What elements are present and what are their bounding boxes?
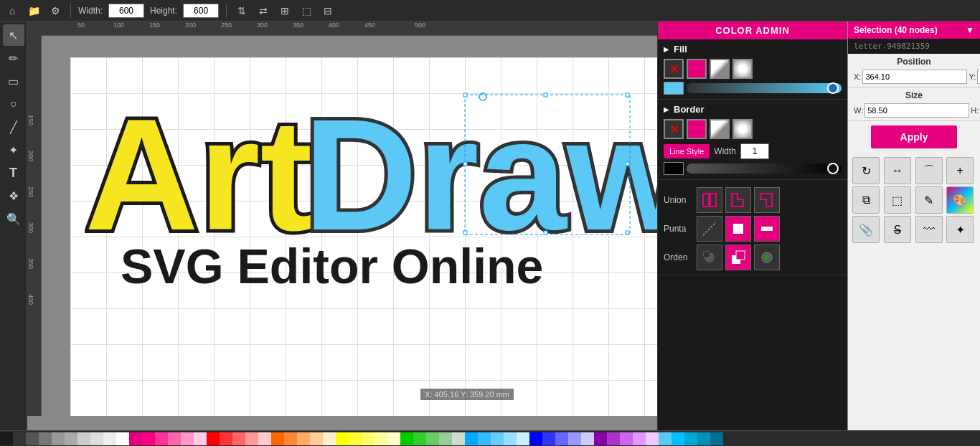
grid-icon[interactable]: ⊟: [320, 3, 336, 19]
color-swatch-19[interactable]: [245, 432, 258, 445]
color-swatch-16[interactable]: [207, 432, 220, 445]
canvas-viewport[interactable]: Art Draw SVG Editor Online: [42, 36, 657, 416]
fill-gradient-swatch[interactable]: [710, 59, 730, 79]
sel-tool-edit-icon[interactable]: ✎: [915, 186, 943, 214]
color-swatch-2[interactable]: [26, 432, 39, 445]
color-swatch-55[interactable]: [710, 432, 723, 445]
color-swatch-11[interactable]: [142, 432, 155, 445]
color-swatch-35[interactable]: [452, 432, 465, 445]
color-swatch-24[interactable]: [310, 432, 323, 445]
color-swatch-8[interactable]: [103, 432, 116, 445]
gear-icon[interactable]: ⚙: [47, 3, 63, 19]
home-icon[interactable]: ⌂: [4, 3, 20, 19]
union-btn-2[interactable]: [725, 187, 751, 213]
fill-radial-swatch[interactable]: [732, 59, 753, 79]
sel-tool-strikethrough-icon[interactable]: S̶: [884, 216, 911, 243]
line-style-button[interactable]: Line Style: [664, 144, 710, 158]
orden-btn-1[interactable]: [697, 245, 722, 270]
color-swatch-42[interactable]: [542, 432, 555, 445]
sel-tool-attach-icon[interactable]: 📎: [852, 216, 880, 243]
width-input[interactable]: [740, 143, 769, 159]
border-radial-swatch[interactable]: [732, 119, 753, 139]
pen-tool[interactable]: ✏: [3, 47, 24, 69]
color-swatch-15[interactable]: [194, 432, 207, 445]
fill-slider-thumb[interactable]: [827, 82, 839, 94]
color-swatch-48[interactable]: [620, 432, 633, 445]
color-swatch-31[interactable]: [400, 432, 413, 445]
flip-h-icon[interactable]: ⇄: [255, 3, 271, 19]
crop-icon[interactable]: ⊞: [277, 3, 293, 19]
color-swatch-23[interactable]: [297, 432, 310, 445]
union-btn-3[interactable]: [754, 187, 780, 213]
sel-tool-color-icon[interactable]: 🎨: [946, 186, 974, 214]
color-swatch-27[interactable]: [349, 432, 362, 445]
orden-btn-3[interactable]: [754, 245, 780, 270]
color-swatch-45[interactable]: [581, 432, 594, 445]
color-swatch-43[interactable]: [555, 432, 568, 445]
color-swatch-5[interactable]: [65, 432, 77, 445]
color-swatch-32[interactable]: [413, 432, 426, 445]
color-swatch-54[interactable]: [697, 432, 710, 445]
color-swatch-40[interactable]: [517, 432, 529, 445]
circle-tool[interactable]: ○: [3, 93, 24, 115]
color-swatch-36[interactable]: [465, 432, 478, 445]
color-swatch-7[interactable]: [90, 432, 103, 445]
color-swatch-46[interactable]: [594, 432, 607, 445]
color-swatch-53[interactable]: [684, 432, 697, 445]
border-gradient-swatch[interactable]: [710, 119, 730, 139]
border-none-btn[interactable]: ✕: [664, 119, 684, 139]
w-input[interactable]: [864, 103, 969, 118]
color-swatch-33[interactable]: [426, 432, 439, 445]
color-swatch-1[interactable]: [13, 432, 26, 445]
color-swatch-44[interactable]: [568, 432, 581, 445]
color-swatch-37[interactable]: [478, 432, 491, 445]
sel-tool-duplicate-icon[interactable]: ⧉: [852, 186, 880, 214]
select-tool[interactable]: ↖: [3, 24, 24, 46]
y-input[interactable]: [977, 70, 980, 84]
punta-btn-2[interactable]: [725, 216, 751, 242]
color-swatch-52[interactable]: [672, 432, 684, 445]
line-slider-track[interactable]: [687, 163, 842, 174]
sel-tool-select-icon[interactable]: ⬚: [884, 186, 911, 214]
color-swatch-3[interactable]: [39, 432, 52, 445]
orden-btn-2[interactable]: [725, 245, 751, 270]
color-swatch-13[interactable]: [168, 432, 181, 445]
color-swatch-20[interactable]: [258, 432, 271, 445]
line-tool[interactable]: ╱: [3, 116, 24, 138]
punta-btn-1[interactable]: [697, 216, 722, 242]
fill-slider-track[interactable]: [687, 83, 842, 93]
frame-icon[interactable]: ⬚: [298, 3, 314, 19]
width-input[interactable]: [108, 4, 144, 18]
sel-tool-rotate-icon[interactable]: ↻: [852, 157, 880, 184]
color-swatch-50[interactable]: [646, 432, 659, 445]
sel-tool-wave-icon[interactable]: 〰: [915, 216, 943, 243]
sel-tool-curve-icon[interactable]: ⌒: [915, 157, 943, 184]
color-swatch-21[interactable]: [271, 432, 284, 445]
color-swatch-30[interactable]: [387, 432, 400, 445]
fill-color-swatch[interactable]: [687, 59, 707, 79]
color-swatch-0[interactable]: [0, 432, 13, 445]
sel-tool-magic-icon[interactable]: ✦: [946, 216, 974, 243]
color-swatch-49[interactable]: [633, 432, 646, 445]
color-swatch-17[interactable]: [220, 432, 232, 445]
color-swatch-47[interactable]: [607, 432, 620, 445]
sel-tool-flip-h-icon[interactable]: ↔: [884, 157, 911, 184]
color-swatch-12[interactable]: [155, 432, 168, 445]
color-swatch-26[interactable]: [336, 432, 349, 445]
color-swatch-38[interactable]: [491, 432, 504, 445]
x-input[interactable]: [862, 70, 967, 84]
color-swatch-22[interactable]: [284, 432, 297, 445]
fill-none-btn[interactable]: ✕: [664, 59, 684, 79]
punta-btn-3[interactable]: [754, 216, 780, 242]
sel-tool-add-icon[interactable]: +: [946, 157, 974, 184]
color-swatch-10[interactable]: [129, 432, 142, 445]
color-swatch-34[interactable]: [439, 432, 452, 445]
rect-tool[interactable]: ▭: [3, 70, 24, 92]
color-swatch-6[interactable]: [77, 432, 90, 445]
color-swatch-14[interactable]: [181, 432, 194, 445]
apply-button[interactable]: Apply: [871, 125, 957, 148]
union-btn-1[interactable]: [697, 187, 722, 213]
canvas-area[interactable]: 50 100 150 200 250 300 350 400 450 500 1…: [27, 22, 657, 430]
color-swatch-18[interactable]: [232, 432, 245, 445]
color-swatch-29[interactable]: [374, 432, 387, 445]
